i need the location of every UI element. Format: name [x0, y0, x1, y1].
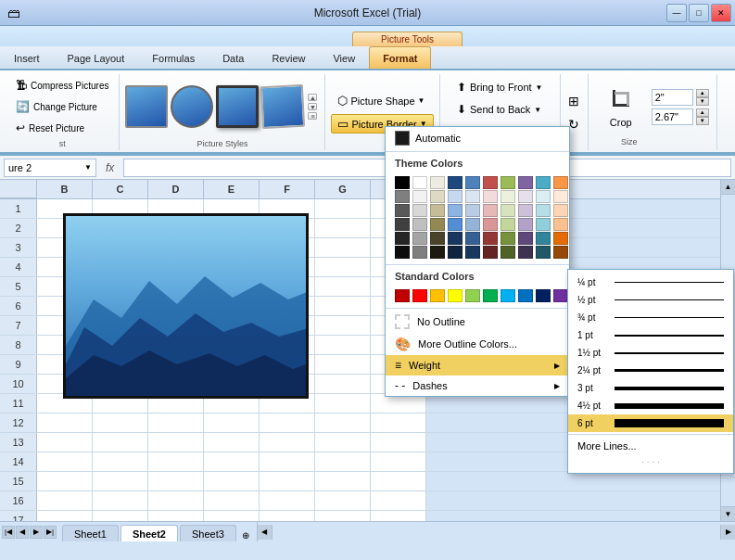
grid-cell[interactable] — [93, 511, 148, 521]
grid-cell[interactable] — [204, 414, 260, 432]
grid-cell[interactable] — [93, 433, 148, 452]
grid-cell[interactable] — [148, 414, 204, 432]
tab-review[interactable]: Review — [258, 46, 319, 69]
grid-cell[interactable] — [315, 472, 371, 490]
grid-cell[interactable] — [315, 316, 371, 335]
dashes-item[interactable]: - - Dashes ▶ — [386, 375, 569, 396]
grid-cell[interactable] — [371, 511, 426, 521]
color-swatch[interactable] — [465, 232, 480, 245]
name-box-arrow[interactable]: ▼ — [84, 163, 92, 172]
color-swatch[interactable] — [501, 289, 515, 302]
scroll-down-btn[interactable]: ▼ — [721, 506, 735, 521]
grid-cell[interactable] — [315, 491, 371, 510]
color-swatch[interactable] — [448, 289, 463, 302]
grid-cell[interactable] — [315, 297, 371, 315]
color-swatch[interactable] — [412, 289, 427, 302]
grid-cell[interactable] — [315, 394, 371, 413]
color-swatch[interactable] — [518, 246, 533, 259]
color-swatch[interactable] — [483, 176, 498, 189]
color-swatch[interactable] — [518, 190, 533, 203]
color-swatch[interactable] — [430, 204, 445, 217]
grid-cell[interactable] — [204, 472, 260, 490]
grid-cell[interactable] — [93, 472, 148, 490]
color-swatch[interactable] — [465, 176, 480, 189]
color-swatch[interactable] — [430, 176, 445, 189]
grid-cell[interactable] — [204, 491, 260, 510]
grid-cell[interactable] — [315, 238, 371, 257]
new-sheet-btn[interactable]: ⊕ — [238, 528, 253, 541]
color-swatch[interactable] — [553, 289, 568, 302]
color-swatch[interactable] — [501, 176, 515, 189]
color-swatch[interactable] — [483, 218, 498, 231]
weight-item[interactable]: ≡ Weight ▶ — [386, 355, 569, 375]
grid-cell[interactable] — [371, 394, 426, 413]
color-swatch[interactable] — [518, 289, 533, 302]
pic-style-1[interactable] — [125, 85, 168, 128]
weight-option[interactable]: ½ pt — [568, 291, 733, 309]
color-swatch[interactable] — [553, 232, 568, 245]
color-swatch[interactable] — [553, 190, 568, 203]
scroll-right-btn[interactable]: ▶ — [720, 525, 735, 540]
color-swatch[interactable] — [501, 232, 515, 245]
align-button[interactable]: ⊞ — [565, 91, 582, 111]
color-swatch[interactable] — [412, 190, 427, 203]
close-button[interactable]: ✕ — [711, 4, 731, 22]
weight-option[interactable]: ¾ pt — [568, 309, 733, 326]
grid-cell[interactable] — [260, 452, 315, 471]
color-swatch[interactable] — [448, 190, 463, 203]
grid-cell[interactable] — [260, 433, 315, 452]
tab-format[interactable]: Format — [369, 46, 431, 69]
grid-cell[interactable] — [93, 452, 148, 471]
color-swatch[interactable] — [395, 176, 410, 189]
width-up[interactable]: ▲ — [696, 108, 709, 117]
scroll-up-arrow[interactable]: ▲ — [308, 94, 317, 101]
color-swatch[interactable] — [430, 289, 445, 302]
color-swatch[interactable] — [430, 246, 445, 259]
grid-cell[interactable] — [204, 511, 260, 521]
color-swatch[interactable] — [553, 246, 568, 259]
tab-view[interactable]: View — [319, 46, 369, 69]
color-swatch[interactable] — [395, 204, 410, 217]
sheet-tab-2[interactable]: Sheet2 — [120, 525, 178, 541]
color-swatch[interactable] — [412, 246, 427, 259]
color-swatch[interactable] — [412, 204, 427, 217]
height-input[interactable] — [652, 89, 693, 106]
color-swatch[interactable] — [465, 289, 480, 302]
color-swatch[interactable] — [448, 204, 463, 217]
pic-style-3[interactable] — [216, 85, 259, 128]
tab-insert[interactable]: Insert — [0, 46, 54, 69]
weight-option[interactable]: ¼ pt — [568, 274, 733, 291]
grid-cell[interactable] — [37, 433, 93, 452]
color-swatch[interactable] — [448, 218, 463, 231]
color-swatch[interactable] — [483, 190, 498, 203]
color-swatch[interactable] — [395, 232, 410, 245]
tab-data[interactable]: Data — [209, 46, 258, 69]
color-swatch[interactable] — [553, 218, 568, 231]
send-to-back-button[interactable]: ⬇ Send to Back ▼ — [450, 100, 550, 119]
scroll-down-arrow[interactable]: ▼ — [308, 103, 317, 110]
maximize-button[interactable]: □ — [689, 4, 709, 22]
grid-cell[interactable] — [315, 258, 371, 276]
tab-prev-btn[interactable]: ◀ — [16, 526, 29, 539]
grid-cell[interactable] — [315, 199, 371, 218]
weight-option[interactable]: 1 pt — [568, 326, 733, 344]
grid-cell[interactable] — [315, 277, 371, 296]
grid-cell[interactable] — [93, 414, 148, 432]
tab-page-layout[interactable]: Page Layout — [54, 46, 139, 69]
color-swatch[interactable] — [465, 190, 480, 203]
grid-cell[interactable] — [93, 491, 148, 510]
color-swatch[interactable] — [483, 289, 498, 302]
bring-to-front-button[interactable]: ⬆ Bring to Front ▼ — [450, 78, 550, 96]
color-swatch[interactable] — [448, 176, 463, 189]
color-swatch[interactable] — [465, 204, 480, 217]
height-down[interactable]: ▼ — [696, 97, 709, 106]
color-swatch[interactable] — [430, 232, 445, 245]
picture-image[interactable] — [63, 213, 309, 399]
color-swatch[interactable] — [536, 176, 551, 189]
picture-shape-button[interactable]: ⬡ Picture Shape ▼ — [331, 91, 433, 110]
color-swatch[interactable] — [518, 232, 533, 245]
grid-cell[interactable] — [315, 375, 371, 393]
crop-button[interactable]: Crop — [596, 81, 646, 133]
sheet-tab-3[interactable]: Sheet3 — [180, 525, 236, 541]
color-swatch[interactable] — [483, 246, 498, 259]
